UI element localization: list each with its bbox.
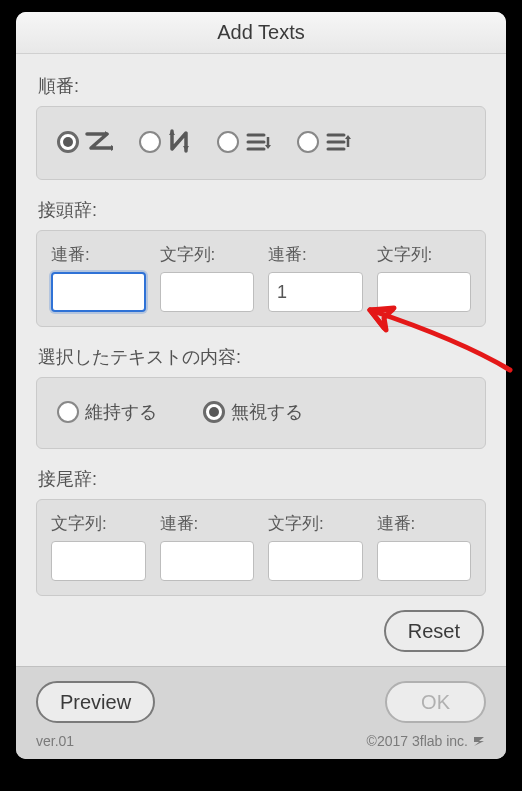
logo-icon bbox=[472, 734, 486, 748]
prefix-col-label: 文字列: bbox=[377, 243, 472, 266]
footer: Preview OK ver.01 ©2017 3flab inc. bbox=[16, 666, 506, 759]
suffix-label: 接尾辞: bbox=[38, 467, 486, 491]
prefix-col-label: 文字列: bbox=[160, 243, 255, 266]
radio-icon bbox=[217, 131, 239, 153]
order-option-rows-down[interactable] bbox=[217, 130, 271, 154]
content-panel: 維持する 無視する bbox=[36, 377, 486, 449]
suffix-seq-1-input[interactable] bbox=[160, 541, 255, 581]
preview-button[interactable]: Preview bbox=[36, 681, 155, 723]
reset-button[interactable]: Reset bbox=[384, 610, 484, 652]
suffix-col-label: 連番: bbox=[160, 512, 255, 535]
prefix-panel: 連番: 文字列: 連番: 文字列: bbox=[36, 230, 486, 327]
prefix-seq-2-input[interactable] bbox=[268, 272, 363, 312]
rows-up-icon bbox=[325, 130, 351, 154]
radio-icon bbox=[297, 131, 319, 153]
prefix-col-label: 連番: bbox=[51, 243, 146, 266]
order-panel bbox=[36, 106, 486, 180]
suffix-str-1-input[interactable] bbox=[51, 541, 146, 581]
version-text: ver.01 bbox=[36, 733, 74, 749]
title-text: Add Texts bbox=[217, 21, 304, 44]
suffix-col-label: 文字列: bbox=[268, 512, 363, 535]
content-ignore-option[interactable]: 無視する bbox=[203, 400, 303, 424]
suffix-col-label: 文字列: bbox=[51, 512, 146, 535]
ok-button[interactable]: OK bbox=[385, 681, 486, 723]
suffix-str-2-input[interactable] bbox=[268, 541, 363, 581]
prefix-str-1-input[interactable] bbox=[160, 272, 255, 312]
order-option-n[interactable] bbox=[139, 129, 191, 155]
z-order-icon bbox=[85, 130, 113, 154]
suffix-seq-2-input[interactable] bbox=[377, 541, 472, 581]
copyright-text: ©2017 3flab inc. bbox=[367, 733, 468, 749]
radio-icon bbox=[57, 401, 79, 423]
titlebar: Add Texts bbox=[16, 12, 506, 54]
order-label: 順番: bbox=[38, 74, 486, 98]
content-ignore-label: 無視する bbox=[231, 400, 303, 424]
n-order-icon bbox=[167, 129, 191, 155]
suffix-panel: 文字列: 連番: 文字列: 連番: bbox=[36, 499, 486, 596]
dialog-window: Add Texts 順番: bbox=[16, 12, 506, 759]
rows-down-icon bbox=[245, 130, 271, 154]
radio-icon bbox=[139, 131, 161, 153]
content-keep-option[interactable]: 維持する bbox=[57, 400, 157, 424]
radio-icon bbox=[203, 401, 225, 423]
content-keep-label: 維持する bbox=[85, 400, 157, 424]
content-label: 選択したテキストの内容: bbox=[38, 345, 486, 369]
prefix-seq-1-input[interactable] bbox=[51, 272, 146, 312]
suffix-col-label: 連番: bbox=[377, 512, 472, 535]
prefix-str-2-input[interactable] bbox=[377, 272, 472, 312]
order-option-z[interactable] bbox=[57, 130, 113, 154]
prefix-label: 接頭辞: bbox=[38, 198, 486, 222]
radio-icon bbox=[57, 131, 79, 153]
prefix-col-label: 連番: bbox=[268, 243, 363, 266]
order-option-rows-up[interactable] bbox=[297, 130, 351, 154]
copyright: ©2017 3flab inc. bbox=[367, 733, 486, 749]
